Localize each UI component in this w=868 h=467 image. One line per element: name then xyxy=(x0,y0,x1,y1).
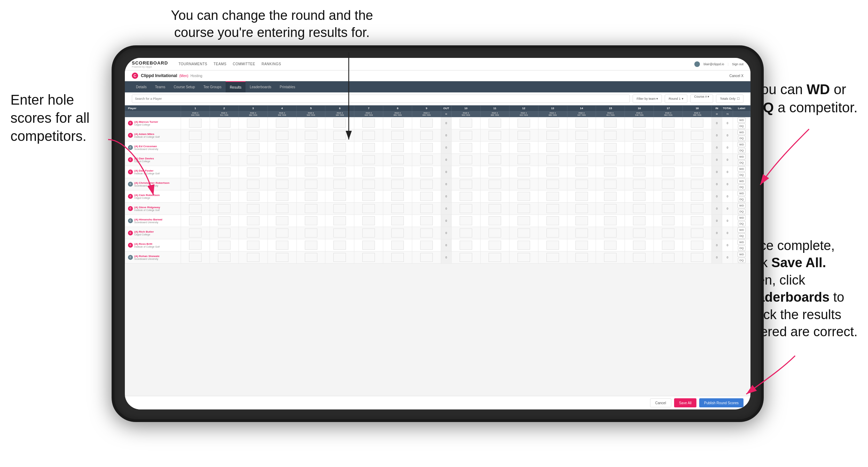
score-h8-player8[interactable] xyxy=(383,215,412,227)
score-h15-player9[interactable] xyxy=(596,227,625,239)
score-input-h8-p11[interactable] xyxy=(391,253,404,262)
score-input-h12-p2[interactable] xyxy=(518,143,530,152)
score-h8-player7[interactable] xyxy=(383,203,412,215)
score-input-h2-p0[interactable] xyxy=(218,119,231,128)
score-h8-player6[interactable] xyxy=(383,190,412,203)
score-input-h15-p0[interactable] xyxy=(604,119,617,128)
score-h12-player3[interactable] xyxy=(509,154,538,166)
score-input-h12-p8[interactable] xyxy=(518,216,530,225)
score-h18-player8[interactable] xyxy=(683,215,712,227)
wd-button-2[interactable]: WD xyxy=(738,142,746,147)
score-h5-player5[interactable] xyxy=(296,178,325,190)
score-h7-player2[interactable] xyxy=(354,142,383,154)
score-h15-player8[interactable] xyxy=(596,215,625,227)
score-input-h15-p8[interactable] xyxy=(604,216,617,225)
score-h6-player4[interactable] xyxy=(325,166,354,178)
score-h15-player5[interactable] xyxy=(596,178,625,190)
score-input-h14-p4[interactable] xyxy=(575,167,588,176)
wd-button-4[interactable]: WD xyxy=(738,166,746,172)
score-input-h6-p7[interactable] xyxy=(333,204,346,213)
score-input-h3-p0[interactable] xyxy=(247,119,259,128)
score-input-h9-p2[interactable] xyxy=(420,143,433,152)
score-input-h16-p11[interactable] xyxy=(633,253,646,262)
dq-button-5[interactable]: DQ xyxy=(738,184,746,190)
score-input-h15-p6[interactable] xyxy=(604,192,617,201)
score-input-h10-p4[interactable] xyxy=(460,167,472,176)
score-input-h5-p10[interactable] xyxy=(305,241,317,250)
score-input-h10-p9[interactable] xyxy=(460,228,472,238)
score-h7-player0[interactable] xyxy=(354,117,383,129)
score-input-h13-p10[interactable] xyxy=(546,241,559,250)
score-h17-player4[interactable] xyxy=(654,166,683,178)
score-input-h18-p5[interactable] xyxy=(691,180,703,189)
score-h17-player11[interactable] xyxy=(654,251,683,264)
score-input-h12-p10[interactable] xyxy=(518,241,530,250)
wd-button-11[interactable]: WD xyxy=(738,252,746,257)
score-input-h11-p1[interactable] xyxy=(489,131,501,140)
score-h13-player11[interactable] xyxy=(538,251,567,264)
score-input-h15-p4[interactable] xyxy=(604,167,617,176)
score-input-h3-p6[interactable] xyxy=(247,192,259,201)
score-h2-player4[interactable] xyxy=(210,166,239,178)
wd-button-5[interactable]: WD xyxy=(738,179,746,184)
dq-button-6[interactable]: DQ xyxy=(738,197,746,202)
score-input-h13-p8[interactable] xyxy=(546,216,559,225)
score-h17-player6[interactable] xyxy=(654,190,683,203)
score-input-h2-p7[interactable] xyxy=(218,204,231,213)
score-input-h14-p5[interactable] xyxy=(575,180,588,189)
score-input-h1-p9[interactable] xyxy=(189,228,202,238)
score-input-h9-p1[interactable] xyxy=(420,131,433,140)
score-input-h2-p9[interactable] xyxy=(218,228,231,238)
score-h15-player7[interactable] xyxy=(596,203,625,215)
score-h7-player1[interactable] xyxy=(354,129,383,142)
score-input-h10-p3[interactable] xyxy=(460,155,472,164)
score-h15-player3[interactable] xyxy=(596,154,625,166)
score-input-h15-p1[interactable] xyxy=(604,131,617,140)
score-h18-player1[interactable] xyxy=(683,129,712,142)
score-h2-player7[interactable] xyxy=(210,203,239,215)
score-h15-player4[interactable] xyxy=(596,166,625,178)
score-h5-player0[interactable] xyxy=(296,117,325,129)
score-h11-player3[interactable] xyxy=(480,154,509,166)
score-input-h4-p10[interactable] xyxy=(276,241,288,250)
score-input-h13-p5[interactable] xyxy=(546,180,559,189)
score-input-h15-p9[interactable] xyxy=(604,228,617,238)
score-h8-player4[interactable] xyxy=(383,166,412,178)
score-h4-player0[interactable] xyxy=(267,117,296,129)
score-input-h7-p11[interactable] xyxy=(362,253,375,262)
score-input-h14-p11[interactable] xyxy=(575,253,588,262)
score-h13-player3[interactable] xyxy=(538,154,567,166)
score-input-h17-p0[interactable] xyxy=(662,119,674,128)
score-h1-player2[interactable] xyxy=(181,142,210,154)
score-h4-player6[interactable] xyxy=(267,190,296,203)
score-h14-player1[interactable] xyxy=(567,129,596,142)
score-input-h17-p10[interactable] xyxy=(662,241,674,250)
score-h4-player9[interactable] xyxy=(267,227,296,239)
course-selector[interactable]: Course A ▾ xyxy=(690,95,713,103)
score-input-h7-p1[interactable] xyxy=(362,131,375,140)
wd-button-1[interactable]: WD xyxy=(738,130,746,135)
score-input-h10-p11[interactable] xyxy=(460,253,472,262)
score-h18-player3[interactable] xyxy=(683,154,712,166)
score-h3-player11[interactable] xyxy=(239,251,267,264)
score-h6-player5[interactable] xyxy=(325,178,354,190)
score-h6-player9[interactable] xyxy=(325,227,354,239)
score-h1-player5[interactable] xyxy=(181,178,210,190)
score-input-h8-p5[interactable] xyxy=(391,180,404,189)
score-input-h12-p9[interactable] xyxy=(518,228,530,238)
score-h7-player11[interactable] xyxy=(354,251,383,264)
score-input-h1-p5[interactable] xyxy=(189,180,202,189)
score-h12-player5[interactable] xyxy=(509,178,538,190)
tab-teams[interactable]: Teams xyxy=(151,81,169,92)
score-input-h4-p6[interactable] xyxy=(276,192,288,201)
score-input-h11-p3[interactable] xyxy=(489,155,501,164)
score-h7-player9[interactable] xyxy=(354,227,383,239)
score-h3-player9[interactable] xyxy=(239,227,267,239)
score-input-h17-p11[interactable] xyxy=(662,253,674,262)
dq-button-11[interactable]: DQ xyxy=(738,258,746,263)
score-h16-player2[interactable] xyxy=(625,142,654,154)
score-input-h3-p7[interactable] xyxy=(247,204,259,213)
score-input-h5-p4[interactable] xyxy=(305,167,317,176)
dq-button-4[interactable]: DQ xyxy=(738,172,746,178)
score-input-h9-p6[interactable] xyxy=(420,192,433,201)
